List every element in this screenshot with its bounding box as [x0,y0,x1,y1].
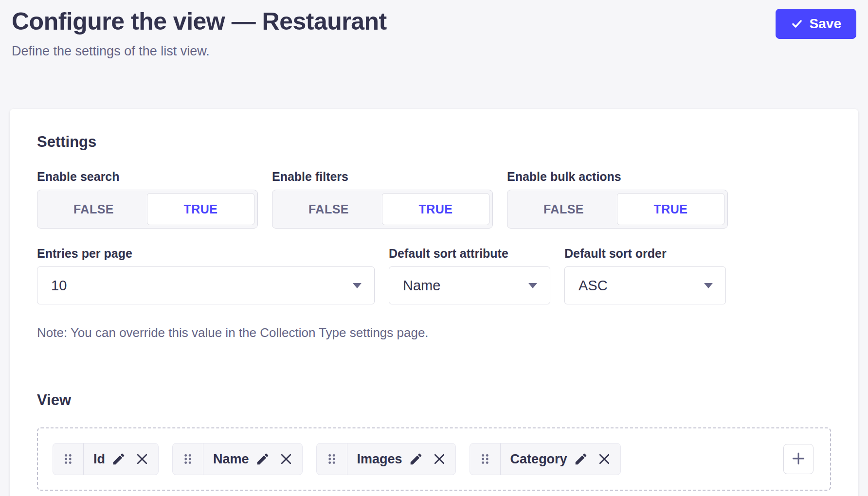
field-label: Enable search [37,169,258,184]
enable-search-false-option[interactable]: FALSE [40,193,147,225]
entries-per-page-value: 10 [51,278,67,294]
field-label: Enable bulk actions [507,169,728,184]
field-default-sort-order: Default sort order ASC [564,246,726,304]
check-icon [791,18,803,30]
default-sort-order-select[interactable]: ASC [564,266,726,304]
save-button-label: Save [810,16,841,32]
view-heading: View [37,391,831,409]
default-sort-order-value: ASC [579,278,608,294]
field-label: Enable filters [272,169,493,184]
field-chip-label: Name [203,452,251,467]
field-default-sort-attribute: Default sort attribute Name [389,246,550,304]
field-chip-label: Id [84,452,107,467]
selects-row: Entries per page 10 Default sort attribu… [37,246,831,340]
field-label: Default sort attribute [389,246,550,261]
field-enable-bulk-actions: Enable bulk actions FALSE TRUE [507,169,728,229]
field-chip-label: Category [501,452,569,467]
page-subtitle: Define the settings of the list view. [12,44,856,59]
toggles-row: Enable search FALSE TRUE Enable filters … [37,169,831,229]
drag-handle-icon[interactable] [173,443,203,475]
edit-pencil-icon[interactable] [107,452,130,466]
default-sort-attribute-select[interactable]: Name [389,266,550,304]
section-divider [37,364,831,364]
chevron-down-icon [704,283,713,288]
edit-pencil-icon[interactable] [251,452,274,466]
drag-handle-icon[interactable] [53,443,84,475]
default-sort-attribute-value: Name [403,278,440,294]
settings-card: Settings Enable search FALSE TRUE Enable… [10,109,858,496]
chevron-down-icon [353,283,362,288]
edit-pencil-icon[interactable] [404,452,428,466]
enable-search-toggle: FALSE TRUE [37,190,258,229]
remove-x-icon[interactable] [130,452,158,466]
remove-x-icon[interactable] [593,452,620,466]
enable-filters-true-option[interactable]: TRUE [382,193,489,225]
view-fields-dropzone: Id Name [37,427,831,491]
page-title: Configure the view — Restaurant [12,8,387,36]
enable-bulk-actions-false-option[interactable]: FALSE [510,193,617,225]
plus-icon [791,451,806,468]
settings-heading: Settings [37,133,831,151]
save-button[interactable]: Save [776,9,856,39]
field-chip-images: Images [316,443,456,475]
add-field-button[interactable] [783,444,814,474]
enable-bulk-actions-toggle: FALSE TRUE [507,190,728,229]
entries-per-page-note: Note: You can override this value in the… [37,325,726,340]
field-chip-name: Name [172,443,303,475]
enable-filters-toggle: FALSE TRUE [272,190,493,229]
drag-handle-icon[interactable] [470,443,501,475]
enable-filters-false-option[interactable]: FALSE [275,193,382,225]
page-header: Configure the view — Restaurant Save Def… [0,0,868,59]
enable-bulk-actions-true-option[interactable]: TRUE [617,193,724,225]
field-enable-filters: Enable filters FALSE TRUE [272,169,493,229]
chevron-down-icon [528,283,537,288]
field-chip-label: Images [347,452,404,467]
field-chip-id: Id [53,443,159,475]
field-enable-search: Enable search FALSE TRUE [37,169,258,229]
drag-handle-icon[interactable] [317,443,347,475]
entries-per-page-select[interactable]: 10 [37,266,375,304]
field-chip-category: Category [470,443,621,475]
remove-x-icon[interactable] [274,452,302,466]
remove-x-icon[interactable] [428,452,455,466]
field-entries-per-page: Entries per page 10 [37,246,375,304]
enable-search-true-option[interactable]: TRUE [147,193,254,225]
field-label: Default sort order [564,246,726,261]
field-label: Entries per page [37,246,375,261]
edit-pencil-icon[interactable] [569,452,593,466]
